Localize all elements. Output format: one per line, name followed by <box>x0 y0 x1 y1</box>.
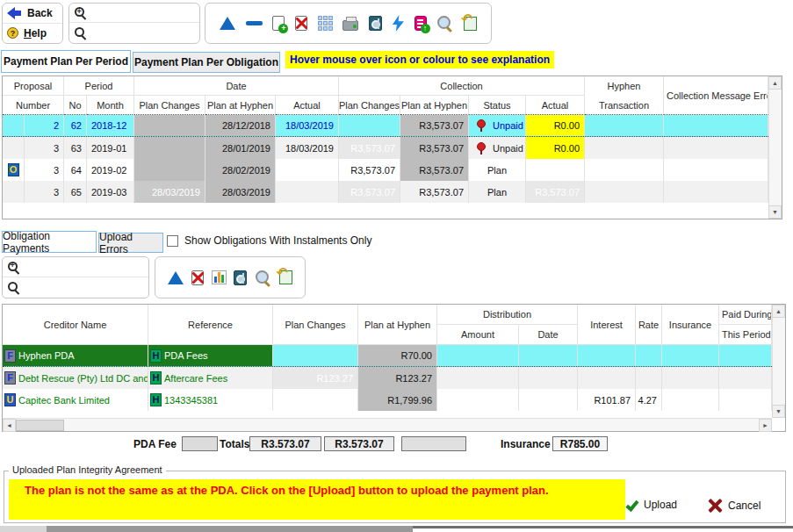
header-interest: Interest <box>578 305 636 345</box>
cell-creditor: FHyphen PDA <box>3 345 148 366</box>
preview-icon[interactable] <box>369 16 382 31</box>
obligation-search-zoom-input[interactable]: + <box>3 257 148 277</box>
cell-month: 2019-02 <box>87 159 134 181</box>
x-icon <box>708 499 723 513</box>
period-row[interactable]: 3 63 2019-01 28/01/2019 18/03/2019 R3,57… <box>3 137 768 159</box>
search-find-input[interactable] <box>69 23 199 42</box>
cell-transaction <box>585 159 664 181</box>
delete-document-icon[interactable] <box>295 16 307 31</box>
delete-document-icon[interactable] <box>191 270 204 285</box>
help-button[interactable]: Help <box>3 23 62 42</box>
vertical-scrollbar[interactable]: ▲ ▼ <box>772 305 785 418</box>
cell-coll-actual: R0.00 <box>526 137 585 159</box>
cell-month: 2018-12 <box>87 115 134 136</box>
obligation-grid-header: Creditor Name Reference Plan Changes Pla… <box>3 305 772 345</box>
period-row[interactable]: O 3 64 2019-02 28/02/2019 R3,573.07 R3,5… <box>3 159 768 181</box>
cell-no: 65 <box>64 181 87 203</box>
grid-icon[interactable] <box>318 16 333 31</box>
cell-coll-plan-changes <box>339 115 400 136</box>
back-button[interactable]: Back <box>3 4 62 23</box>
revert-icon[interactable] <box>279 270 292 284</box>
instalments-only-checkbox-row: Show Obligations With Instalments Only <box>167 234 371 247</box>
obligation-search-find-input[interactable] <box>3 277 148 297</box>
cell-reference: HPDA Fees <box>148 345 273 366</box>
header-status: Status <box>469 96 526 115</box>
header-plan-at-hyphen: Plan at Hyphen <box>358 305 437 345</box>
scroll-left-button[interactable]: ◄ <box>3 419 16 432</box>
obligation-row[interactable]: FDebt Rescue (Pty) Ltd DC and HAftercare… <box>3 367 772 389</box>
period-row[interactable]: 2 62 2018-12 28/12/2018 18/03/2019 R3,57… <box>3 115 768 137</box>
obligation-row[interactable]: FHyphen PDA HPDA Fees R70.00 <box>3 345 772 367</box>
cell-month: 2019-01 <box>87 137 134 159</box>
cell-this-period <box>719 345 772 366</box>
cell-date-plan-at-hyphen: 28/12/2018 <box>205 115 276 136</box>
delta-icon[interactable] <box>168 271 184 284</box>
tab-payment-plan-per-period[interactable]: Payment Plan Per Period <box>1 50 131 73</box>
cell-amount <box>437 367 519 389</box>
revert-icon[interactable] <box>464 17 477 31</box>
upload-button[interactable]: Upload <box>629 499 677 511</box>
cell-reference: H1343345381 <box>148 389 273 411</box>
period-grid: Proposal Period Date Collection Hyphen C… <box>2 75 782 219</box>
horizontal-scrollbar[interactable]: ◄ ► <box>3 418 772 431</box>
add-document-icon[interactable]: + <box>272 16 285 31</box>
cell-date-plan-changes <box>134 137 205 159</box>
creditor-type-icon: F <box>4 349 16 363</box>
search-icon[interactable] <box>436 15 453 32</box>
tab-obligation-payments[interactable]: Obligation Payments <box>2 231 97 253</box>
delta-icon[interactable] <box>220 17 235 30</box>
cell-this-period <box>719 389 772 411</box>
chart-icon[interactable] <box>212 270 227 284</box>
reference-type-icon: H <box>150 393 162 406</box>
search-zoom-input[interactable]: + <box>69 4 199 23</box>
cell-coll-plan-changes: R3,573.07 <box>339 181 400 203</box>
tab-payment-plan-per-obligation[interactable]: Payment Plan Per Obligation <box>133 52 280 73</box>
header-transaction: Transaction <box>585 96 664 115</box>
cell-interest <box>578 367 636 389</box>
vertical-scrollbar[interactable]: ▲ ▼ <box>768 76 782 219</box>
tab-upload-errors[interactable]: Upload Errors <box>98 233 163 253</box>
instalments-only-checkbox[interactable] <box>167 235 178 247</box>
obligation-row[interactable]: UCapitec Bank Limited H1343345381 R1,799… <box>3 389 772 411</box>
cancel-button-label: Cancel <box>728 500 761 512</box>
cell-status: Unpaid <box>469 137 526 159</box>
totals-label: Totals <box>220 438 249 450</box>
header-collection: Collection <box>339 76 585 96</box>
minus-icon[interactable] <box>246 21 263 25</box>
scroll-down-button[interactable]: ▼ <box>772 405 785 418</box>
obligation-marker-icon: O <box>8 163 19 176</box>
lightning-icon[interactable] <box>393 15 404 32</box>
cell-coll-plan-at-hyphen: R3,573.07 <box>400 159 469 181</box>
cell-date <box>519 345 578 366</box>
upload-button-label: Upload <box>644 499 677 511</box>
cell-creditor: UCapitec Bank Limited <box>3 389 148 411</box>
integrity-legend: Uploaded Plan Integrity Agreement <box>9 464 166 475</box>
header-coll-plan-changes: Plan Changes <box>339 96 400 115</box>
upload-document-icon[interactable] <box>415 16 427 31</box>
scroll-down-button[interactable]: ▼ <box>768 205 782 219</box>
cell-this-period <box>719 367 772 389</box>
cancel-button[interactable]: Cancel <box>708 499 761 513</box>
tab-label: Payment Plan Per Obligation <box>134 56 278 68</box>
cell-insurance <box>662 345 719 366</box>
scroll-up-button[interactable]: ▲ <box>768 76 782 90</box>
header-creditor-name: Creditor Name <box>3 305 148 345</box>
cell-no: 62 <box>64 115 87 136</box>
cell-date-actual: 18/03/2019 <box>276 137 339 159</box>
row-icon-cell <box>3 181 25 203</box>
insurance-field: R785.00 <box>552 436 608 451</box>
preview-icon[interactable] <box>234 270 247 285</box>
period-row[interactable]: 3 65 2019-03 28/03/2019 28/03/2019 R3,57… <box>3 181 768 203</box>
scrollbar-thumb[interactable] <box>16 420 64 431</box>
search-icon[interactable] <box>255 270 271 286</box>
cell-status: Plan <box>469 181 526 203</box>
cell-status: Plan <box>469 159 526 181</box>
row-icon-cell: O <box>3 159 25 181</box>
scroll-right-button[interactable]: ► <box>759 419 772 432</box>
print-icon[interactable] <box>342 20 358 31</box>
insurance-label: Insurance <box>501 438 551 450</box>
scroll-up-button[interactable]: ▲ <box>772 305 785 318</box>
instalments-only-label: Show Obligations With Instalments Only <box>184 234 371 247</box>
header-month: Month <box>87 96 134 115</box>
cell-number: 3 <box>25 137 64 159</box>
